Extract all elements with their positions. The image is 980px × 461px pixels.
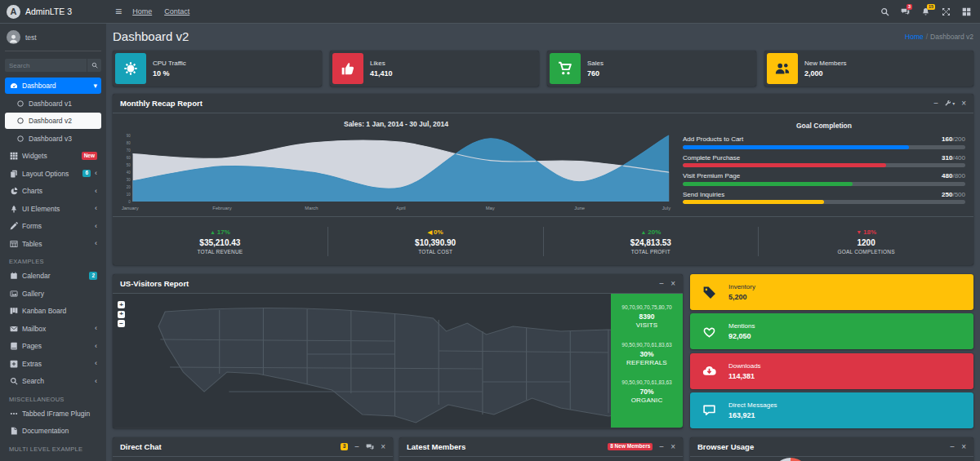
close-icon[interactable]: × [961, 100, 966, 108]
sidebar-search-button[interactable] [87, 59, 101, 72]
sidebar-item-widgets[interactable]: WidgetsNew [5, 148, 101, 164]
tree-icon [9, 205, 18, 213]
sales-area-chart[interactable]: 0102030405060708090JanuaryFebruaryMarchA… [120, 131, 672, 213]
sales-chart-title: Sales: 1 Jan, 2014 - 30 Jul, 2014 [120, 120, 672, 128]
sidebar-item-forms[interactable]: Forms‹ [5, 218, 101, 234]
nav-link-contact[interactable]: Contact [164, 7, 189, 16]
fullscreen-icon[interactable] [942, 7, 951, 16]
goal-completion-zone: Goal Completion Add Products to Cart160/… [682, 118, 966, 213]
sidebar-item-search[interactable]: Search‹ [5, 373, 101, 389]
user-panel[interactable]: test [5, 24, 101, 51]
close-icon[interactable]: × [381, 443, 385, 451]
menu-badge: 2 [89, 272, 97, 280]
sidebar-item-charts[interactable]: Charts‹ [5, 183, 101, 199]
collapse-icon[interactable]: − [354, 443, 359, 451]
info-box-row: CPU Traffic10 %Likes41,410Sales760New Me… [113, 51, 973, 86]
breadcrumb-home-link[interactable]: Home [905, 33, 924, 41]
sidebar-item-tabbed-iframe-plugin[interactable]: Tabbed IFrame Plugin [5, 406, 101, 422]
chat-contacts-icon[interactable] [366, 443, 374, 451]
columns-icon [9, 307, 18, 315]
cloud-download-icon [693, 364, 724, 378]
menu-header-miscellaneous: MISCELLANEOUS [5, 391, 101, 406]
control-sidebar-icon[interactable] [962, 7, 971, 16]
svg-text:30: 30 [127, 178, 131, 182]
svg-text:20: 20 [127, 185, 131, 189]
sidebar-item-pages[interactable]: Pages‹ [5, 338, 101, 354]
close-icon[interactable]: × [670, 443, 675, 451]
nav-link-home[interactable]: Home [132, 7, 152, 16]
notifications-icon[interactable]: 15 [921, 7, 930, 16]
us-map[interactable]: ++− 90,70,90,70,75,80,708390VISITS90,50,… [113, 294, 683, 428]
close-icon[interactable]: × [670, 280, 675, 288]
tachometer-icon [9, 82, 18, 90]
ellipsis-icon [9, 410, 18, 418]
us-map-svg [113, 294, 683, 428]
sidebar-toggle-icon[interactable]: ≡ [115, 6, 122, 17]
goal-progress-bar [683, 200, 824, 204]
sidebar-item-gallery[interactable]: Gallery [5, 286, 101, 302]
brand[interactable]: A AdminLTE 3 [0, 0, 106, 24]
recap-card-title: Monthly Recap Report [120, 99, 203, 108]
goal-progress-track [683, 163, 965, 167]
sidebar-item-dashboard-v2[interactable]: Dashboard v2 [5, 113, 101, 129]
direct-chat-title: Direct Chat [120, 442, 162, 451]
map-zoom-controls: ++− [118, 301, 125, 327]
menu-badge: New [82, 152, 97, 160]
direct-chat-card: Direct Chat 3 − × [113, 437, 393, 461]
svg-text:70: 70 [127, 148, 131, 153]
visitor-stat-visits: 90,70,90,70,75,80,708390VISITS [611, 304, 683, 329]
map-zoom-button-out[interactable]: − [118, 320, 125, 327]
navbar-search-icon[interactable] [880, 7, 889, 16]
collapse-icon[interactable]: − [659, 280, 664, 288]
map-zoom-button-in1[interactable]: + [118, 311, 125, 318]
sidebar-item-dashboard-v1[interactable]: Dashboard v1 [5, 95, 101, 112]
svg-text:10: 10 [127, 193, 131, 197]
sparkline-values: 90,50,90,70,61,83,63 [611, 379, 683, 385]
sidebar-item-mailbox[interactable]: Mailbox‹ [5, 321, 101, 337]
menu-header-multi-level-example: MULTI LEVEL EXAMPLE [5, 441, 101, 455]
collapse-icon[interactable]: − [933, 100, 938, 108]
goal-progress-bar [683, 163, 886, 167]
messages-icon[interactable]: 3 [901, 7, 910, 16]
sidebar-item-tables[interactable]: Tables‹ [5, 236, 101, 252]
sidebar-item-calendar[interactable]: Calendar2 [5, 268, 101, 284]
sidebar-item-documentation[interactable]: Documentation [5, 423, 101, 439]
chevron-left-icon: ‹ [95, 325, 97, 332]
sidebar-item-extras[interactable]: Extras‹ [5, 356, 101, 372]
stat-box-inventory: Inventory5,200 [690, 274, 973, 310]
collapse-icon[interactable]: − [659, 443, 664, 451]
chevron-left-icon: ‹ [95, 188, 97, 195]
goal-progress-bar [683, 145, 909, 149]
monthly-recap-card: Monthly Recap Report − ▾ × Sales: 1 Jan,… [113, 94, 973, 265]
browser-usage-card: Browser Usage − × [690, 437, 973, 461]
sidebar-item-dashboard[interactable]: Dashboard▾ [5, 78, 101, 94]
breadcrumb: Home/Dashboard v2 [905, 33, 973, 41]
brand-title: AdminLTE 3 [25, 7, 72, 16]
sidebar-search-input[interactable] [5, 59, 87, 72]
svg-text:April: April [396, 206, 406, 211]
sidebar-item-layout-options[interactable]: Layout Options6‹ [5, 166, 101, 182]
messages-badge: 3 [906, 4, 912, 11]
close-icon[interactable]: × [961, 443, 966, 451]
chevron-down-icon: ▾ [93, 82, 97, 90]
map-zoom-button-in[interactable]: + [118, 301, 125, 308]
info-box-new-members: New Members2,000 [764, 51, 973, 86]
sparkline-values: 90,70,90,70,75,80,70 [611, 304, 683, 310]
chevron-left-icon: ‹ [95, 240, 97, 247]
footer-stat-total-profit: ▲20%$24,813.53TOTAL PROFIT [544, 227, 760, 256]
circle-icon [16, 135, 24, 143]
sidebar-item-ui-elements[interactable]: UI Elements‹ [5, 201, 101, 217]
stat-box-mentions: Mentions92,050 [690, 313, 973, 349]
info-box-sales: Sales760 [547, 51, 756, 86]
menu-header-examples: EXAMPLES [5, 253, 101, 268]
sidebar-item-dashboard-v3[interactable]: Dashboard v3 [5, 131, 101, 147]
sidebar-menu: Dashboard▾Dashboard v1Dashboard v2Dashbo… [5, 78, 101, 455]
stat-box-column: Inventory5,200Mentions92,050Downloads114… [690, 274, 973, 428]
svg-text:June: June [574, 206, 585, 211]
wrench-icon[interactable]: ▾ [945, 100, 955, 107]
recap-footer-stats: ▲17%$35,210.43TOTAL REVENUE◀0%$10,390.90… [113, 216, 973, 265]
collapse-icon[interactable]: − [950, 443, 955, 451]
user-name: test [25, 33, 37, 42]
sidebar-item-kanban-board[interactable]: Kanban Board [5, 303, 101, 319]
goal-complete-purchase: Complete Purchase310/400 [683, 154, 965, 168]
